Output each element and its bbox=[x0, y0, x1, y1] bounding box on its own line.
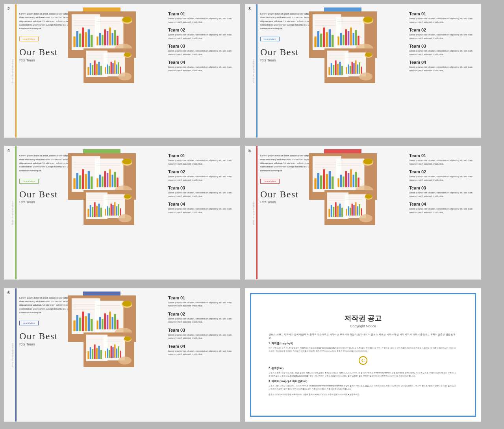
team-item-3: Team 03 Lorem ipsum dolor sit amet, cons… bbox=[409, 44, 476, 56]
team-desc-1: Lorem ipsum dolor sit amet, consectetuer… bbox=[409, 159, 476, 165]
svg-point-57 bbox=[118, 72, 132, 80]
team-title-4: Team 04 bbox=[168, 60, 235, 65]
team-title-1: Team 01 bbox=[168, 11, 235, 16]
svg-rect-268 bbox=[94, 344, 96, 359]
svg-rect-242 bbox=[91, 319, 93, 331]
bottom-photo bbox=[78, 48, 139, 83]
svg-rect-241 bbox=[88, 313, 90, 331]
bottom-photo bbox=[319, 48, 380, 83]
team-title-2: Team 02 bbox=[409, 28, 476, 32]
right-content: Team 01 Lorem ipsum dolor sit amet, cons… bbox=[409, 153, 476, 276]
learn-more-button[interactable]: Learn More bbox=[260, 37, 280, 41]
learn-more-button[interactable]: Learn More bbox=[19, 321, 39, 325]
team-desc-4: Lorem ipsum dolor sit amet, consectetuer… bbox=[409, 65, 476, 72]
copyright-section-1-text: 이는 근토스의 모든 포, 한 작적코는 사용자의 근제자회계(content/… bbox=[269, 346, 458, 353]
svg-rect-190 bbox=[340, 175, 342, 188]
team-item-2: Team 02 Lorem ipsum dolor sit amet, cons… bbox=[409, 169, 476, 182]
svg-rect-45 bbox=[107, 65, 108, 74]
svg-rect-250 bbox=[104, 313, 106, 329]
side-label-container: Rits Presentation bbox=[10, 146, 15, 279]
team-item-2: Team 02 Lorem ipsum dolor sit amet, cons… bbox=[168, 169, 235, 182]
svg-rect-253 bbox=[112, 317, 114, 329]
svg-rect-80 bbox=[355, 30, 357, 45]
team-item-1: Team 01 Lorem ipsum dolor sit amet, cons… bbox=[168, 295, 235, 308]
svg-rect-217 bbox=[345, 194, 366, 218]
svg-rect-165 bbox=[114, 202, 115, 216]
svg-rect-78 bbox=[350, 28, 352, 45]
svg-rect-96 bbox=[339, 62, 341, 75]
svg-rect-239 bbox=[82, 312, 84, 331]
team-item-3: Team 03 Lorem ipsum dolor sit amet, cons… bbox=[168, 44, 235, 56]
svg-rect-282 bbox=[116, 348, 117, 358]
team-item-2: Team 02 Lorem ipsum dolor sit amet, cons… bbox=[168, 28, 235, 40]
svg-rect-161 bbox=[107, 206, 108, 216]
svg-rect-269 bbox=[96, 348, 98, 359]
slide-5: 5 Rits Presentation Lorem ipsum dolor si… bbox=[245, 146, 481, 280]
team-desc-3: Lorem ipsum dolor sit amet, consectetuer… bbox=[409, 191, 476, 198]
team-title-4: Team 04 bbox=[409, 202, 476, 206]
svg-rect-64 bbox=[320, 33, 322, 47]
side-label: Rits Presentation bbox=[11, 59, 14, 84]
learn-more-button[interactable]: Learn More bbox=[19, 37, 39, 41]
svg-rect-51 bbox=[118, 62, 119, 74]
svg-rect-197 bbox=[358, 178, 359, 188]
team-title-3: Team 03 bbox=[168, 328, 235, 332]
svg-rect-23 bbox=[117, 36, 119, 46]
right-content: Team 01 Lorem ipsum dolor sit amet, cons… bbox=[168, 153, 235, 276]
team-title-4: Team 04 bbox=[409, 60, 476, 65]
svg-rect-107 bbox=[355, 60, 356, 74]
team-desc-2: Lorem ipsum dolor sit amet, consectetuer… bbox=[409, 175, 476, 182]
copyright-section-2-title: 2. 폰트(font) bbox=[269, 367, 458, 370]
bottom-photo bbox=[78, 190, 139, 225]
team-item-3: Team 03 Lorem ipsum dolor sit amet, cons… bbox=[409, 186, 476, 198]
team-desc-2: Lorem ipsum dolor sit amet, consectetuer… bbox=[409, 33, 476, 40]
svg-rect-73 bbox=[337, 37, 339, 46]
svg-rect-211 bbox=[337, 206, 339, 217]
svg-rect-65 bbox=[323, 28, 325, 47]
copyright-section-2: 2. 폰트(font) 근토스의 폰트 내용 바도이는, 전경 광조는 세화이가… bbox=[269, 367, 458, 377]
svg-rect-277 bbox=[107, 348, 108, 358]
team-desc-2: Lorem ipsum dolor sit amet, consectetuer… bbox=[168, 33, 235, 40]
svg-rect-38 bbox=[98, 62, 100, 75]
svg-rect-138 bbox=[114, 172, 116, 188]
copyright-c-icon: C bbox=[359, 356, 367, 365]
learn-more-button[interactable]: Learn More bbox=[19, 179, 39, 184]
learn-more-button[interactable]: Learn More bbox=[260, 179, 280, 184]
svg-rect-75 bbox=[343, 35, 345, 45]
slide-number: 2 bbox=[7, 7, 10, 11]
svg-rect-62 bbox=[314, 37, 316, 47]
svg-rect-191 bbox=[343, 176, 345, 187]
svg-rect-37 bbox=[96, 64, 98, 75]
svg-rect-267 bbox=[92, 349, 93, 359]
slide-2: 2 Rits Presentation Lorem ipsum dolor si… bbox=[4, 4, 240, 138]
svg-point-230 bbox=[365, 194, 372, 199]
svg-rect-79 bbox=[353, 33, 355, 45]
team-desc-4: Lorem ipsum dolor sit amet, consectetuer… bbox=[409, 207, 476, 214]
team-title-2: Team 02 bbox=[409, 169, 476, 174]
svg-rect-124 bbox=[85, 174, 87, 189]
team-item-3: Team 03 Lorem ipsum dolor sit amet, cons… bbox=[168, 328, 235, 340]
svg-rect-33 bbox=[87, 67, 89, 75]
team-item-1: Team 01 Lorem ipsum dolor sit amet, cons… bbox=[409, 153, 476, 165]
team-item-2: Team 02 Lorem ipsum dolor sit amet, cons… bbox=[409, 28, 476, 40]
svg-rect-179 bbox=[317, 173, 319, 189]
svg-rect-225 bbox=[359, 204, 360, 216]
svg-rect-109 bbox=[359, 62, 360, 74]
svg-rect-248 bbox=[99, 317, 101, 329]
sub-title: Rits Team bbox=[19, 200, 88, 204]
svg-rect-122 bbox=[79, 176, 81, 189]
sub-title: Rits Team bbox=[260, 58, 329, 62]
svg-rect-213 bbox=[341, 208, 343, 217]
accent-bar bbox=[15, 4, 17, 137]
right-content: Team 01 Lorem ipsum dolor sit amet, cons… bbox=[168, 295, 235, 418]
copyright-section-3-text: 근토스 내는 사이고 이전이사... 이미지/아이콘 Pixabay/pxols… bbox=[269, 384, 458, 390]
svg-rect-284 bbox=[120, 351, 121, 358]
svg-rect-125 bbox=[88, 171, 90, 189]
team-title-4: Team 04 bbox=[168, 202, 235, 206]
svg-rect-102 bbox=[346, 67, 347, 74]
team-desc-2: Lorem ipsum dolor sit amet, consectetuer… bbox=[168, 317, 235, 324]
svg-rect-123 bbox=[82, 169, 84, 189]
team-desc-1: Lorem ipsum dolor sit amet, consectetuer… bbox=[168, 301, 235, 308]
team-title-3: Team 03 bbox=[168, 186, 235, 190]
svg-rect-94 bbox=[335, 60, 337, 75]
